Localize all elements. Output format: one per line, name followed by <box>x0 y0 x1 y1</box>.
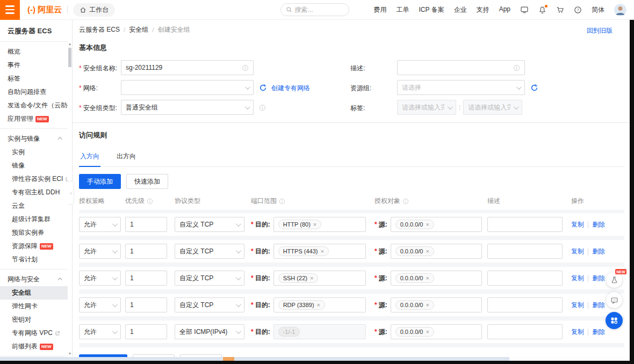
rule-description-input[interactable] <box>487 244 563 259</box>
protocol-select[interactable]: 全部 ICMP(IPv4) <box>175 324 244 339</box>
refresh-icon[interactable] <box>259 80 267 95</box>
source-input[interactable]: 0.0.0.0/0× <box>391 297 482 312</box>
rule-description-input[interactable] <box>487 217 563 232</box>
close-icon[interactable]: × <box>426 248 429 254</box>
lab-float-button[interactable]: NEW <box>606 272 622 288</box>
tag-key-select[interactable]: 请选择或输入完整的... <box>397 100 456 115</box>
sidebar-item[interactable]: 云盒 <box>0 199 68 213</box>
copy-rule-link[interactable]: 复制 <box>571 220 584 229</box>
create-vpc-link[interactable]: 创建专有网络 <box>271 80 310 95</box>
widgets-float-button[interactable] <box>606 312 623 329</box>
source-input[interactable]: 0.0.0.0/0× <box>391 217 482 232</box>
sidebar-item[interactable]: 自助问题排查 <box>0 85 68 99</box>
sidebar-item[interactable]: 节省计划 <box>0 253 68 266</box>
resource-group-select[interactable]: 请选择 <box>397 80 525 95</box>
scrollbar-up-arrow[interactable]: ▲ <box>68 41 72 47</box>
sidebar-item[interactable]: 事件 <box>0 59 68 72</box>
scrollbar-thumb[interactable] <box>68 48 71 67</box>
sidebar-item[interactable]: 安全组 <box>0 286 68 300</box>
user-avatar[interactable] <box>614 4 626 16</box>
protocol-select[interactable]: 自定义 TCP <box>175 217 244 232</box>
close-icon[interactable]: × <box>426 302 429 308</box>
back-to-old-version-link[interactable]: 回到旧版 <box>587 26 613 35</box>
sidebar-group[interactable]: 网络与安全 <box>0 272 68 286</box>
copy-rule-link[interactable]: 复制 <box>571 274 584 283</box>
delete-rule-link[interactable]: 删除 <box>592 247 605 256</box>
priority-input[interactable]: 1 <box>125 271 167 286</box>
sidebar-item[interactable]: 密钥对 <box>0 313 68 326</box>
topnav-item[interactable]: App <box>499 5 510 14</box>
port-range-input[interactable]: SSH (22)× <box>273 271 366 286</box>
close-icon[interactable]: × <box>310 275 313 281</box>
delete-rule-link[interactable]: 删除 <box>592 220 605 229</box>
copy-rule-link[interactable]: 复制 <box>571 301 584 310</box>
priority-input[interactable]: 1 <box>125 217 167 232</box>
port-range-input[interactable]: HTTPS (443)× <box>273 244 366 259</box>
protocol-select[interactable]: 自定义 TCP <box>175 297 244 312</box>
policy-select[interactable]: 允许 <box>79 244 121 259</box>
info-icon[interactable] <box>242 64 249 71</box>
delete-rule-link[interactable]: 删除 <box>592 274 605 283</box>
topnav-item[interactable]: 支持 <box>477 5 489 14</box>
aliyun-logo[interactable]: (-) 阿里云 <box>27 5 62 15</box>
priority-input[interactable]: 1 <box>125 244 167 259</box>
rule-description-input[interactable] <box>487 297 563 312</box>
feedback-float-button[interactable] <box>606 292 622 308</box>
sidebar-item[interactable]: 超级计算集群 <box>0 213 68 226</box>
topnav-item[interactable]: 工单 <box>397 5 409 14</box>
delete-rule-link[interactable]: 删除 <box>592 327 605 337</box>
info-icon[interactable] <box>147 198 153 205</box>
close-icon[interactable]: × <box>426 275 429 281</box>
sidebar-item[interactable]: 专有宿主机 DDH <box>0 186 68 199</box>
port-range-input[interactable]: RDP (3389)× <box>273 297 366 312</box>
policy-select[interactable]: 允许 <box>79 324 121 339</box>
info-icon[interactable] <box>259 100 266 115</box>
scrollbar-down-arrow[interactable]: ▼ <box>68 351 72 356</box>
delete-rule-link[interactable]: 删除 <box>592 301 605 310</box>
language-switch[interactable]: 简体 <box>592 5 604 14</box>
copy-rule-link[interactable]: 复制 <box>571 327 584 337</box>
sidebar-item[interactable]: 预留实例券 <box>0 226 68 239</box>
quick-add-button[interactable]: 快速添加 <box>126 174 168 189</box>
policy-select[interactable]: 允许 <box>79 297 121 312</box>
close-icon[interactable]: × <box>313 221 316 228</box>
description-input[interactable] <box>397 60 525 75</box>
info-icon[interactable] <box>402 198 409 205</box>
global-search-input[interactable]: 搜索... <box>280 3 349 16</box>
sidebar-item[interactable]: 弹性网卡 <box>0 300 68 313</box>
info-icon[interactable] <box>513 64 520 71</box>
sidebar-group[interactable]: 实例与镜像 <box>0 132 68 145</box>
close-icon[interactable]: × <box>426 221 429 228</box>
close-icon[interactable]: × <box>320 248 323 254</box>
protocol-select[interactable]: 自定义 TCP <box>175 271 244 286</box>
sidebar-item[interactable]: 概览 <box>0 45 68 59</box>
close-icon[interactable]: × <box>317 302 320 308</box>
source-input[interactable]: 0.0.0.0/0× <box>391 324 482 339</box>
copy-rule-link[interactable]: 复制 <box>571 247 584 256</box>
sidebar-collapse-handle[interactable]: ‹ <box>68 181 74 205</box>
manual-add-button[interactable]: 手动添加 <box>79 174 121 189</box>
sidebar-item[interactable]: 资源保障NEW <box>0 239 68 253</box>
port-range-input[interactable]: -1/-1 <box>273 324 366 339</box>
workbench-button[interactable]: 工作台 <box>73 3 115 17</box>
tab-outbound[interactable]: 出方向 <box>116 148 137 166</box>
source-input[interactable]: 0.0.0.0/0× <box>391 244 482 259</box>
sidebar-item[interactable]: 标签 <box>0 72 68 85</box>
close-icon[interactable]: × <box>426 329 429 335</box>
sidebar-item[interactable]: 弹性容器实例 ECI <box>0 172 68 186</box>
tag-value-select[interactable]: 请选择或输入完整的... <box>463 100 522 115</box>
hamburger-menu-icon[interactable] <box>0 0 20 20</box>
sidebar-item[interactable]: 实例 <box>0 145 68 159</box>
tab-inbound[interactable]: 入方向 <box>79 148 100 167</box>
sidebar-item[interactable]: 专有网络 VPC <box>0 326 68 340</box>
rule-description-input[interactable] <box>487 271 563 286</box>
sidebar-item[interactable]: 应用管理NEW <box>0 112 68 126</box>
info-icon[interactable] <box>279 198 285 205</box>
priority-input[interactable]: 1 <box>125 297 167 312</box>
network-select[interactable] <box>121 80 254 95</box>
topnav-item[interactable]: 企业 <box>454 5 467 14</box>
topnav-item[interactable]: 费用 <box>374 5 387 14</box>
rule-description-input[interactable] <box>487 324 563 339</box>
bell-icon[interactable] <box>538 6 546 14</box>
policy-select[interactable]: 允许 <box>79 271 121 286</box>
